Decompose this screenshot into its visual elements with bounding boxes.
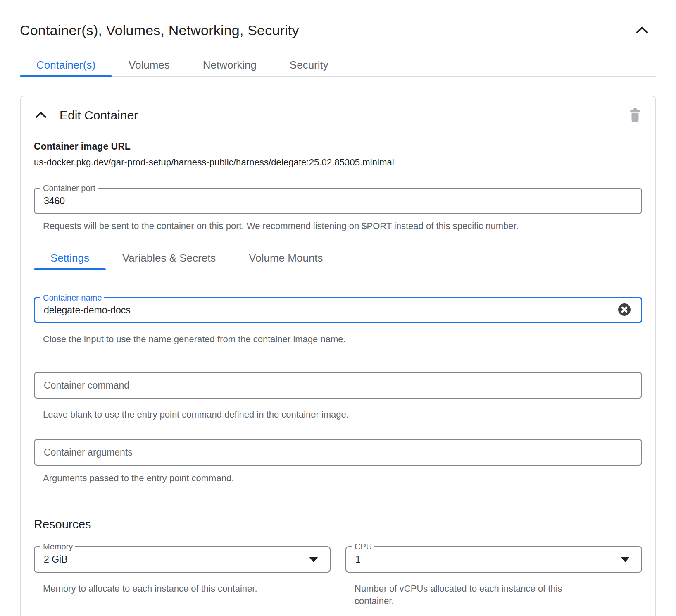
collapse-container-button[interactable]: [35, 111, 47, 120]
clear-name-button[interactable]: [618, 303, 631, 317]
edit-container-card: Edit Container Container image URL us-do…: [20, 96, 656, 616]
tab-variables-secrets[interactable]: Variables & Secrets: [106, 246, 232, 270]
circle-x-icon: [618, 303, 631, 318]
triangle-down-icon: [621, 557, 630, 562]
resources-row: Memory 2 GiB Memory to allocate to each …: [34, 546, 642, 607]
tab-volume-mounts[interactable]: Volume Mounts: [232, 246, 339, 270]
cpu-label: CPU: [352, 542, 374, 551]
resources-heading: Resources: [34, 518, 642, 531]
memory-column: Memory 2 GiB Memory to allocate to each …: [34, 546, 331, 607]
memory-select[interactable]: Memory 2 GiB: [34, 546, 331, 573]
tab-security[interactable]: Security: [273, 53, 345, 76]
tab-settings[interactable]: Settings: [34, 246, 106, 270]
memory-helper: Memory to allocate to each instance of t…: [43, 583, 274, 595]
delete-container-button[interactable]: [628, 108, 642, 123]
top-tabbar: Container(s) Volumes Networking Security: [20, 53, 656, 77]
tab-label: Networking: [203, 59, 257, 72]
cpu-select[interactable]: CPU 1: [345, 546, 642, 573]
container-port-input[interactable]: [44, 196, 632, 207]
memory-value: 2 GiB: [44, 554, 68, 565]
container-image-url-label: Container image URL: [34, 141, 642, 152]
container-settings-tabbar: Settings Variables & Secrets Volume Moun…: [34, 246, 642, 270]
container-port-label: Container port: [40, 184, 98, 193]
triangle-down-icon: [309, 557, 318, 562]
container-arguments-input[interactable]: [44, 447, 632, 458]
cpu-value: 1: [355, 554, 361, 565]
container-name-label: Container name: [40, 293, 104, 302]
section-header: Container(s), Volumes, Networking, Secur…: [0, 0, 676, 38]
tab-label: Variables & Secrets: [122, 252, 216, 265]
container-command-input[interactable]: [44, 380, 632, 391]
tab-label: Settings: [50, 252, 89, 265]
container-name-field: Container name: [34, 297, 642, 323]
container-name-helper: Close the input to use the name generate…: [43, 333, 642, 346]
trash-icon: [629, 108, 641, 123]
tab-networking[interactable]: Networking: [186, 53, 273, 76]
cpu-helper: Number of vCPUs allocated to each instan…: [355, 583, 586, 607]
cpu-column: CPU 1 Number of vCPUs allocated to each …: [345, 546, 642, 607]
container-image-url-value: us-docker.pkg.dev/gar-prod-setup/harness…: [34, 157, 642, 168]
container-port-helper: Requests will be sent to the container o…: [43, 220, 642, 232]
tab-containers[interactable]: Container(s): [20, 53, 112, 76]
container-arguments-helper: Arguments passed to the entry point comm…: [43, 472, 642, 485]
tab-label: Volumes: [129, 59, 170, 72]
container-port-field: Container port: [34, 188, 642, 214]
container-command-helper: Leave blank to use the entry point comma…: [43, 408, 642, 421]
card-title: Edit Container: [60, 108, 138, 122]
chevron-up-icon: [636, 26, 649, 35]
container-command-field: [34, 372, 642, 399]
container-arguments-field: [34, 439, 642, 466]
tab-volumes[interactable]: Volumes: [112, 53, 186, 76]
chevron-up-icon: [35, 111, 47, 119]
tab-label: Security: [290, 59, 328, 72]
container-name-input[interactable]: [44, 305, 632, 316]
collapse-section-button[interactable]: [633, 24, 651, 37]
tab-label: Volume Mounts: [249, 252, 323, 265]
tab-label: Container(s): [36, 59, 95, 72]
memory-label: Memory: [40, 542, 75, 551]
edit-container-header: Edit Container: [34, 108, 642, 123]
page-title: Container(s), Volumes, Networking, Secur…: [20, 22, 299, 38]
